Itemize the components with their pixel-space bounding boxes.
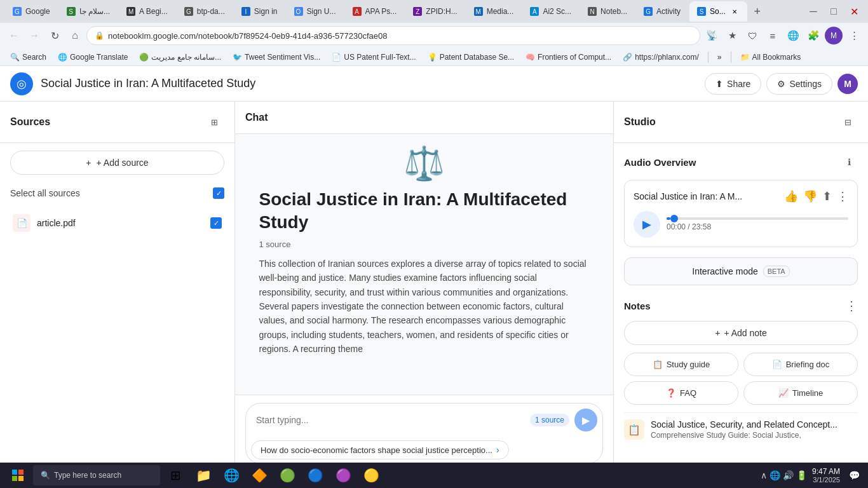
reader-mode-button[interactable]: ≡ [764,27,782,44]
select-all-checkbox[interactable]: ✓ [213,187,224,199]
bookmark-patent-db[interactable]: 💡 Patent Database Se... [423,51,519,63]
thumbs-down-button[interactable]: 👎 [803,189,817,203]
taskbar-app-other[interactable]: 🟡 [358,464,384,487]
refresh-button[interactable]: ↻ [46,27,64,44]
task-view-icon: ⊞ [170,468,181,483]
profile-button[interactable]: M [825,27,843,44]
tab-6[interactable]: O Sign U... [287,1,344,22]
bookmark-tweet[interactable]: 🐦 Tweet Sentiment Vis... [227,51,325,63]
notification-button[interactable]: 💬 [845,466,863,484]
patent-db-icon: 💡 [428,53,437,62]
taskbar-app-vpn[interactable]: 🟣 [330,464,356,487]
menu-button[interactable]: ⋮ [845,27,863,44]
taskbar-app-edge[interactable]: 🌐 [219,464,244,487]
interactive-mode-button[interactable]: Interactive mode BETA [624,257,858,285]
tray-volume-icon[interactable]: 🔊 [783,470,794,480]
taskbar-app-task-view[interactable]: ⊞ [163,464,188,487]
back-button[interactable]: ← [5,27,23,44]
progress-time: 00:00 / 23:58 [667,222,848,231]
chat-notebook-icon: ⚖️ [259,144,590,183]
tab-google[interactable]: G Google [5,1,58,22]
minimize-button[interactable]: ─ [804,3,822,20]
timeline-button[interactable]: 📈 Timeline [743,381,858,405]
add-note-button[interactable]: + + Add note [624,321,858,345]
source-item-article-pdf[interactable]: 📄 article.pdf ✓ [10,209,224,237]
audio-overview-info-button[interactable]: ℹ [840,153,858,171]
translate-button[interactable]: 🌐 [784,27,802,44]
bookmark-patent-full[interactable]: 📄 US Patent Full-Text... [327,51,421,63]
faq-button[interactable]: ❓ FAQ [624,381,738,405]
studio-panel-toggle[interactable]: ⊟ [837,112,858,132]
notes-more-button[interactable]: ⋮ [845,298,858,313]
sources-panel-toggle[interactable]: ⊞ [204,112,224,132]
tab-active[interactable]: S So... ✕ [689,1,747,22]
tab-11[interactable]: N Noteb... [580,1,635,22]
tab-close-active[interactable]: ✕ [729,6,740,17]
extensions-button[interactable]: 🧩 [804,27,822,44]
cast-button[interactable]: 📡 [703,27,721,44]
bookmark-search[interactable]: 🔍 Search [5,51,51,63]
play-button[interactable]: ▶ [634,211,660,238]
home-button[interactable]: ⌂ [66,27,84,44]
start-button[interactable] [5,464,31,487]
thumbs-up-button[interactable]: 👍 [784,189,798,203]
taskbar-tray: ∧ 🌐 🔊 🔋 9:47 AM 3/1/2025 💬 [761,466,863,484]
bookmark-samaneh[interactable]: 🟢 سامانه جامع مدیریت... [134,51,226,63]
tab-7[interactable]: A APA Ps... [345,1,405,22]
tray-battery-icon[interactable]: 🔋 [796,470,807,480]
tab-5[interactable]: I Sign in [234,1,285,22]
bookmark-translate[interactable]: 🌐 Google Translate [53,51,133,63]
tab-3[interactable]: M A Begi... [119,1,175,22]
forward-button[interactable]: → [25,27,43,44]
audio-share-button[interactable]: ⬆ [822,189,832,203]
beta-badge: BETA [763,266,790,277]
tray-network-icon[interactable]: 🌐 [770,470,780,480]
tab-activity[interactable]: G Activity [636,1,688,22]
word-icon: 🔵 [308,468,323,483]
bookmark-frontiers[interactable]: 🧠 Frontiers of Comput... [520,51,616,63]
audio-overview-section-header: Audio Overview ℹ [624,153,858,171]
close-button[interactable]: ✕ [845,3,863,20]
tab-10[interactable]: A Ai2 Sc... [522,1,579,22]
new-tab-button[interactable]: + [749,3,766,20]
tab-4[interactable]: G btp-da... [177,1,233,22]
more-bookmarks-button[interactable]: » [712,51,727,63]
studio-body: Audio Overview ℹ Social Justice in Iran:… [614,143,868,488]
settings-button[interactable]: ⚙ Settings [766,73,832,95]
clock[interactable]: 9:47 AM 3/1/2025 [812,467,840,484]
all-bookmarks-button[interactable]: 📁 All Bookmarks [735,51,806,63]
sources-panel: Sources ⊞ + + Add source Select all sour… [0,102,235,488]
svg-rect-0 [12,470,17,475]
sources-panel-body: + + Add source Select all sources ✓ 📄 ar… [0,143,234,488]
audio-overview-title: Audio Overview [624,157,696,168]
suggestion-chip[interactable]: How do socio-economic factors shape soci… [251,440,509,459]
source-checkbox[interactable]: ✓ [210,217,222,229]
tray-up-arrow-icon[interactable]: ∧ [761,470,767,480]
study-guide-button[interactable]: 📋 Study guide [624,353,738,376]
tab-8[interactable]: Z ZPID:H... [405,1,465,22]
taskbar-app-word[interactable]: 🔵 [302,464,328,487]
tab-9[interactable]: M Media... [466,1,522,22]
taskbar-search[interactable]: 🔍 Type here to search [33,465,160,485]
avatar[interactable]: M [837,74,858,94]
add-source-button[interactable]: + + Add source [10,151,224,175]
taskbar-app-store[interactable]: 🔶 [247,464,272,487]
excel-icon: 🟢 [280,468,295,483]
chat-input[interactable] [256,415,525,425]
send-button[interactable]: ▶ [574,409,597,431]
briefing-doc-button[interactable]: 📄 Briefing doc [743,353,858,376]
taskbar-app-excel[interactable]: 🟢 [275,464,300,487]
share-button[interactable]: ⬆ Share [705,73,761,95]
bookmark-phlanx[interactable]: 🔗 https://phlanx.com/ [618,51,704,63]
progress-bar-container[interactable] [667,217,848,220]
address-bar[interactable]: 🔒 notebooklm.google.com/notebook/b7f8952… [86,26,700,45]
audio-more-button[interactable]: ⋮ [837,189,848,203]
bookmark-button[interactable]: ★ [723,27,741,44]
share-label: Share [727,79,750,89]
tab-2[interactable]: S سلام جا... [59,1,118,22]
maximize-button[interactable]: □ [825,3,843,20]
chat-title: Chat [245,112,268,123]
taskbar-app-file-explorer[interactable]: 📁 [191,464,216,487]
suggestion-arrow-icon: › [496,445,499,455]
browser-shield-icon: 🛡 [743,27,761,44]
